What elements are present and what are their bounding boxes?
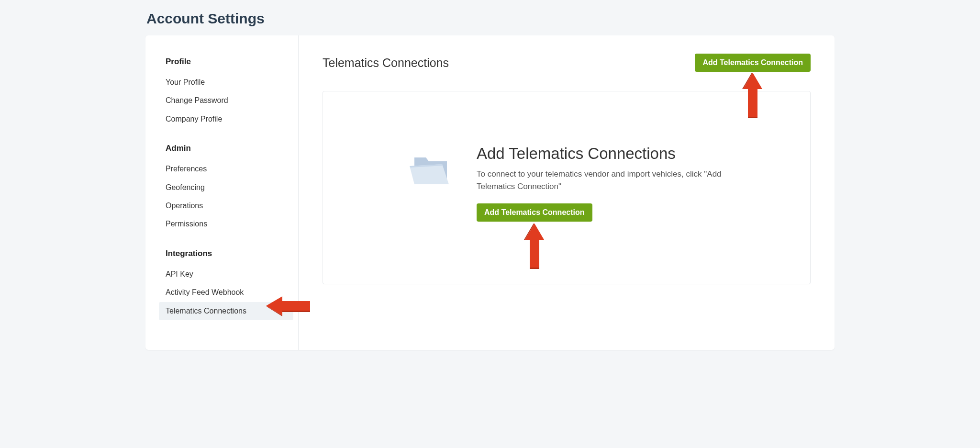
- content-heading: Telematics Connections: [323, 56, 449, 70]
- content-card: Profile Your Profile Change Password Com…: [145, 35, 835, 350]
- page-title: Account Settings: [145, 0, 835, 35]
- svg-marker-8: [524, 224, 535, 240]
- sidebar-item-label: Telematics Connections: [166, 307, 246, 315]
- sidebar-item-your-profile[interactable]: Your Profile: [166, 73, 293, 91]
- sidebar-item-permissions[interactable]: Permissions: [166, 215, 293, 233]
- sidebar-item-preferences[interactable]: Preferences: [166, 160, 293, 178]
- empty-state-text: Add Telematics Connections To connect to…: [477, 144, 725, 222]
- main-content: Telematics Connections Add Telematics Co…: [299, 35, 835, 350]
- sidebar-item-activity-feed-webhook[interactable]: Activity Feed Webhook: [166, 283, 293, 302]
- content-header: Telematics Connections Add Telematics Co…: [323, 54, 811, 72]
- sidebar-heading-admin: Admin: [166, 144, 293, 153]
- svg-marker-7: [525, 224, 544, 268]
- add-telematics-connection-button[interactable]: Add Telematics Connection: [477, 203, 592, 222]
- sidebar-heading-profile: Profile: [166, 57, 293, 67]
- sidebar-heading-integrations: Integrations: [166, 249, 293, 258]
- sidebar-item-operations[interactable]: Operations: [166, 197, 293, 215]
- empty-state-description: To connect to your telematics vendor and…: [477, 168, 725, 193]
- sidebar-item-geofencing[interactable]: Geofencing: [166, 179, 293, 197]
- sidebar-item-api-key[interactable]: API Key: [166, 265, 293, 283]
- add-telematics-connection-button[interactable]: Add Telematics Connection: [695, 54, 811, 72]
- svg-rect-9: [530, 268, 539, 269]
- sidebar-item-company-profile[interactable]: Company Profile: [166, 110, 293, 128]
- sidebar-section-profile: Profile Your Profile Change Password Com…: [166, 57, 293, 128]
- empty-state-title: Add Telematics Connections: [477, 144, 725, 163]
- svg-marker-5: [742, 73, 753, 89]
- sidebar-item-change-password[interactable]: Change Password: [166, 91, 293, 110]
- sidebar-section-integrations: Integrations API Key Activity Feed Webho…: [166, 249, 293, 320]
- annotation-arrow-icon: [523, 224, 546, 271]
- svg-marker-2: [266, 306, 282, 316]
- sidebar-section-admin: Admin Preferences Geofencing Operations …: [166, 144, 293, 234]
- folder-icon: [408, 153, 456, 192]
- settings-sidebar: Profile Your Profile Change Password Com…: [145, 35, 299, 350]
- sidebar-item-telematics-connections[interactable]: Telematics Connections: [159, 302, 293, 320]
- empty-state-panel: Add Telematics Connections To connect to…: [323, 91, 811, 284]
